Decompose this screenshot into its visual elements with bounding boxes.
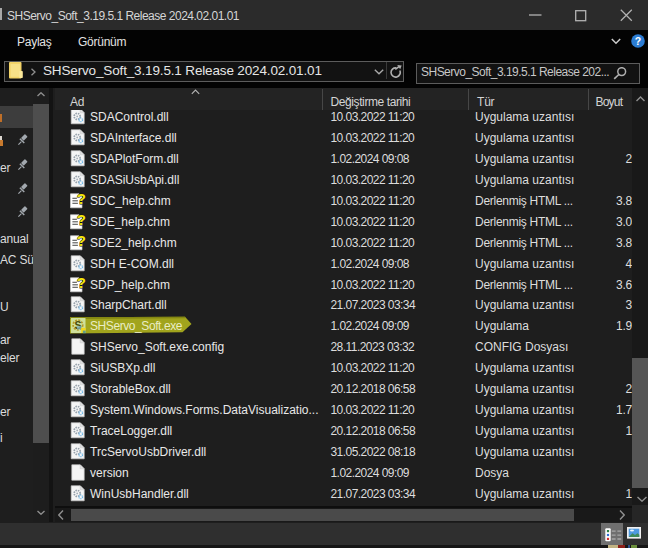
svg-text:?: ?: [77, 234, 86, 249]
svg-text:?: ?: [77, 276, 86, 291]
svg-text:?: ?: [77, 213, 86, 228]
svg-text:?: ?: [634, 35, 640, 47]
svg-text:?: ?: [77, 192, 86, 207]
